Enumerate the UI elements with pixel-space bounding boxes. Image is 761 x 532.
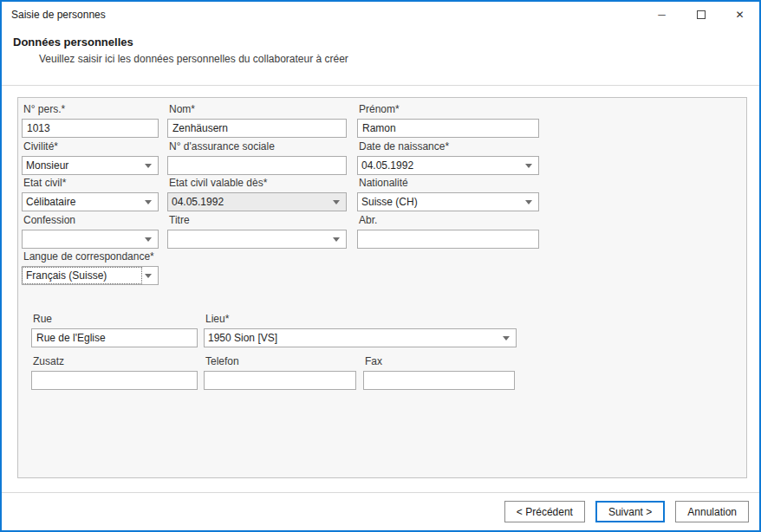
pers-no-label: N° pers.* <box>23 103 159 115</box>
field-langue: Langue de correspondance* Français (Suis… <box>22 250 159 285</box>
close-button[interactable]: ✕ <box>720 2 759 28</box>
field-abr: Abr. <box>357 214 539 249</box>
abr-label: Abr. <box>359 214 539 226</box>
window-title: Saisie de personnes <box>2 9 642 21</box>
field-assurance: N° d'assurance sociale <box>167 140 347 175</box>
telefon-label: Telefon <box>205 355 356 367</box>
rue-label: Rue <box>33 313 198 325</box>
naissance-value: 04.05.1992 <box>358 158 522 173</box>
page-title: Données personnelles <box>13 36 133 49</box>
field-titre: Titre <box>167 214 347 249</box>
confession-value <box>23 231 141 247</box>
field-nationalite: Nationalité Suisse (CH) <box>357 177 539 211</box>
field-pers-no: N° pers.* <box>22 103 159 138</box>
langue-select[interactable]: Français (Suisse) <box>22 266 159 285</box>
page-subtitle: Veuillez saisir ici les données personne… <box>39 53 348 65</box>
chevron-down-icon <box>525 164 532 168</box>
civilite-label: Civilité* <box>23 140 159 152</box>
etat-civil-des-label: Etat civil valable dès* <box>169 177 347 189</box>
field-nom: Nom* <box>167 103 347 138</box>
naissance-select[interactable]: 04.05.1992 <box>357 156 539 175</box>
wizard-footer: < Précédent Suivant > Annulation <box>2 492 759 530</box>
lieu-value: 1950 Sion [VS] <box>205 330 499 346</box>
chevron-down-icon <box>145 274 152 278</box>
maximize-button[interactable] <box>681 2 720 28</box>
assurance-input[interactable] <box>167 156 347 175</box>
confession-label: Confession <box>23 214 159 226</box>
langue-value: Français (Suisse) <box>23 268 141 283</box>
chevron-down-icon <box>333 200 340 204</box>
field-lieu: Lieu* 1950 Sion [VS] <box>204 313 517 347</box>
field-fax: Fax <box>363 355 515 390</box>
field-zusatz: Zusatz <box>31 355 198 390</box>
rue-input[interactable] <box>31 328 198 347</box>
abr-input[interactable] <box>357 230 539 249</box>
maximize-icon <box>697 10 706 19</box>
cancel-button[interactable]: Annulation <box>675 501 749 522</box>
next-button[interactable]: Suivant > <box>595 501 665 522</box>
prenom-label: Prénom* <box>359 103 539 115</box>
civilite-value: Monsieur <box>23 158 141 173</box>
fax-input[interactable] <box>363 371 515 390</box>
field-etat-civil: Etat civil* Célibataire <box>22 177 159 211</box>
personal-data-panel: N° pers.* Nom* Prénom* Civilité* Monsieu… <box>17 97 747 478</box>
field-civilite: Civilité* Monsieur <box>22 140 159 175</box>
window-controls: ─ ✕ <box>642 2 759 28</box>
nationalite-label: Nationalité <box>359 177 539 189</box>
field-naissance: Date de naissance* 04.05.1992 <box>357 140 539 175</box>
fax-label: Fax <box>365 355 515 367</box>
nationalite-select[interactable]: Suisse (CH) <box>357 192 539 211</box>
close-icon: ✕ <box>735 10 744 20</box>
field-telefon: Telefon <box>204 355 356 390</box>
chevron-down-icon <box>145 200 152 204</box>
zusatz-label: Zusatz <box>33 355 198 367</box>
wizard-header: Données personnelles Veuillez saisir ici… <box>2 28 759 86</box>
etat-civil-des-value: 04.05.1992 <box>168 194 329 210</box>
pers-no-input[interactable] <box>22 119 159 138</box>
chevron-down-icon <box>333 237 340 242</box>
confession-select[interactable] <box>22 230 159 249</box>
nom-label: Nom* <box>169 103 347 115</box>
field-rue: Rue <box>31 313 198 347</box>
assurance-label: N° d'assurance sociale <box>169 140 347 152</box>
etat-civil-value: Célibataire <box>23 194 141 210</box>
etat-civil-label: Etat civil* <box>23 177 159 189</box>
titre-value <box>168 231 329 247</box>
chevron-down-icon <box>145 164 152 168</box>
lieu-select[interactable]: 1950 Sion [VS] <box>204 328 517 347</box>
field-confession: Confession <box>22 214 159 249</box>
field-prenom: Prénom* <box>357 103 539 138</box>
langue-label: Langue de correspondance* <box>23 250 159 263</box>
titre-label: Titre <box>169 214 347 226</box>
etat-civil-select[interactable]: Célibataire <box>22 192 159 211</box>
titre-select[interactable] <box>167 230 347 249</box>
chevron-down-icon <box>525 200 532 204</box>
chevron-down-icon <box>145 237 152 242</box>
field-etat-civil-des: Etat civil valable dès* 04.05.1992 <box>167 177 347 211</box>
minimize-icon: ─ <box>658 10 666 20</box>
previous-button[interactable]: < Précédent <box>504 501 585 522</box>
telefon-input[interactable] <box>204 371 356 390</box>
naissance-label: Date de naissance* <box>359 140 539 152</box>
minimize-button[interactable]: ─ <box>642 2 681 28</box>
title-bar[interactable]: Saisie de personnes ─ ✕ <box>2 2 759 28</box>
prenom-input[interactable] <box>357 119 539 138</box>
civilite-select[interactable]: Monsieur <box>22 156 159 175</box>
chevron-down-icon <box>503 336 510 341</box>
etat-civil-des-select: 04.05.1992 <box>167 192 347 211</box>
lieu-label: Lieu* <box>205 313 517 325</box>
nationalite-value: Suisse (CH) <box>358 194 522 210</box>
nom-input[interactable] <box>167 119 347 138</box>
zusatz-input[interactable] <box>31 371 198 390</box>
dialog-saisie-de-personnes: Saisie de personnes ─ ✕ Données personne… <box>0 0 761 532</box>
